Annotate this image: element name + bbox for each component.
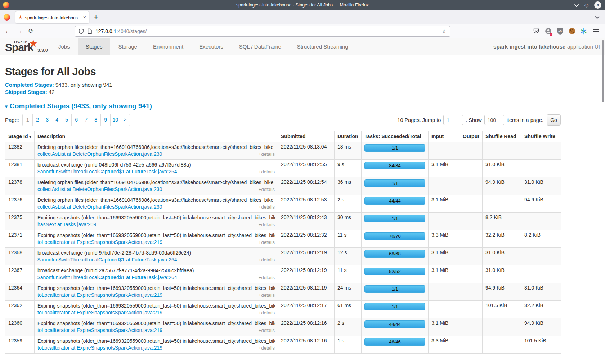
output-cell (460, 230, 483, 248)
details-toggle[interactable]: +details (259, 239, 275, 246)
completed-stages-link[interactable]: Completed Stages: (5, 82, 54, 88)
spark-nav-tab[interactable]: Structured Streaming (289, 38, 356, 55)
page-number-button[interactable]: 9 (100, 114, 110, 126)
shuffle-write-cell (521, 248, 561, 265)
details-toggle[interactable]: +details (259, 345, 275, 351)
stage-callsite-link[interactable]: toLocalIterator at ExpireSnapshotsSparkA… (37, 327, 162, 334)
page-number-button[interactable]: 3 (42, 114, 52, 126)
shuffle-read-cell (483, 142, 521, 160)
description-cell: broadcast exchange (runId 048fd06f-d753-… (35, 160, 278, 177)
back-button[interactable]: ← (2, 28, 14, 35)
column-header[interactable]: Shuffle Write (521, 131, 561, 142)
details-toggle[interactable]: +details (259, 186, 275, 193)
list-tabs-chevron-icon[interactable] (595, 14, 600, 19)
output-cell (460, 213, 483, 230)
skipped-stages-link[interactable]: Skipped Stages: (5, 89, 47, 95)
details-toggle[interactable]: +details (259, 274, 275, 281)
stage-row: 12371 Expiring snapshots (older_than=166… (5, 230, 561, 248)
menu-hamburger-icon[interactable] (592, 28, 599, 35)
stage-id-cell: 12359 (5, 336, 35, 354)
jump-to-page-input[interactable] (443, 115, 463, 125)
items-in-page-text: items in a page. (507, 117, 543, 123)
page-number-button[interactable]: 1 (23, 114, 32, 126)
stage-callsite-link[interactable]: collectAsList at DeleteOrphanFilesSparkA… (37, 151, 162, 158)
column-header[interactable]: Tasks: Succeeded/Total (362, 131, 429, 142)
details-toggle[interactable]: +details (259, 221, 275, 228)
cookie-extension-icon[interactable] (568, 28, 575, 35)
column-header[interactable]: Stage Id▾ (5, 131, 35, 142)
shuffle-read-cell: 101.5 KiB (483, 301, 521, 318)
stage-callsite-link[interactable]: toLocalIterator at ExpireSnapshotsSparkA… (37, 309, 162, 316)
ublock-icon[interactable]: uO (556, 28, 564, 35)
page-number-button[interactable]: 5 (62, 114, 71, 126)
stage-description: broadcast exchange (runId 97bdf70e-2f28-… (37, 250, 275, 256)
details-toggle[interactable]: +details (259, 327, 275, 334)
reload-button[interactable]: ⟳ (25, 27, 37, 35)
details-toggle[interactable]: +details (259, 256, 275, 263)
page-number-button[interactable]: 4 (52, 114, 62, 126)
page-number-button[interactable]: > (120, 114, 130, 126)
column-header[interactable]: Shuffle Read (483, 131, 521, 142)
spark-nav-tab[interactable]: Environment (145, 38, 191, 55)
stage-callsite-link[interactable]: toLocalIterator at ExpireSnapshotsSparkA… (37, 345, 162, 351)
spark-nav-tab[interactable]: SQL / DataFrame (231, 38, 289, 55)
tab-close-icon[interactable]: × (83, 14, 86, 20)
details-toggle[interactable]: +details (259, 309, 275, 316)
stage-callsite-link[interactable]: collectAsList at DeleteOrphanFilesSparkA… (37, 204, 162, 210)
column-header[interactable]: Submitted (278, 131, 335, 142)
go-button[interactable]: Go (547, 114, 561, 126)
shuffle-read-cell (483, 318, 521, 336)
pocket-icon[interactable] (533, 28, 540, 35)
page-info-icon[interactable] (87, 28, 92, 34)
spark-nav-tab[interactable]: Executors (191, 38, 231, 55)
stage-id-cell: 12378 (5, 177, 35, 195)
browser-toolbar: ← → ⟳ 127.0.0.1:4040/stages/ ☆ × uO (0, 24, 605, 38)
items-per-page-input[interactable] (484, 115, 504, 125)
details-toggle[interactable]: +details (259, 292, 275, 299)
stage-callsite-link[interactable]: $anonfun$withThreadLocalCaptured$1 at Fu… (37, 274, 177, 281)
spark-nav-tab[interactable]: Storage (110, 38, 145, 55)
stage-callsite-link[interactable]: $anonfun$withThreadLocalCaptured$1 at Fu… (37, 168, 177, 175)
page-scrollbar[interactable] (602, 40, 604, 102)
page-number-button[interactable]: 7 (81, 114, 91, 126)
page-number-button[interactable]: 6 (71, 114, 81, 126)
page-number-button[interactable]: 10 (110, 114, 120, 126)
duration-cell: 11 s (335, 230, 362, 248)
input-cell (429, 177, 460, 195)
url-text[interactable]: 127.0.0.1:4040/stages/ (95, 28, 442, 34)
completed-stages-section-header[interactable]: ▾Completed Stages (9433, only showing 94… (5, 102, 605, 110)
spark-logo[interactable]: APACHE Spark ★ 3.3.0 (0, 38, 48, 55)
stage-id-cell: 12371 (5, 230, 35, 248)
tasks-cell: 1/1 (362, 213, 429, 230)
stage-callsite-link[interactable]: toLocalIterator at ExpireSnapshotsSparkA… (37, 239, 162, 246)
shield-permissions-icon[interactable] (79, 28, 84, 34)
stage-callsite-link[interactable]: toLocalIterator at ExpireSnapshotsSparkA… (37, 292, 162, 299)
browser-tab[interactable]: ★ spark-ingest-into-lakehous × (15, 11, 89, 23)
description-cell: Expiring snapshots (older_than=166932055… (35, 213, 278, 230)
column-header[interactable]: Description (35, 131, 278, 142)
details-toggle[interactable]: +details (259, 168, 275, 175)
firefox-view-icon[interactable] (4, 14, 10, 21)
spark-nav-tab[interactable]: Stages (78, 38, 111, 55)
forward-button[interactable]: → (14, 28, 25, 35)
submitted-cell: 2022/11/25 08:12:43 (278, 213, 335, 230)
stage-callsite-link[interactable]: $anonfun$withThreadLocalCaptured$1 at Fu… (37, 256, 177, 263)
extension-asterisk-icon[interactable] (580, 28, 587, 35)
bookmark-star-icon[interactable]: ☆ (442, 28, 447, 35)
account-icon[interactable]: × (544, 28, 552, 35)
details-toggle[interactable]: +details (259, 204, 275, 210)
url-bar[interactable]: 127.0.0.1:4040/stages/ ☆ (75, 26, 450, 37)
stage-callsite-link[interactable]: collectAsList at DeleteOrphanFilesSparkA… (37, 186, 162, 193)
column-header[interactable]: Input (429, 131, 460, 142)
skipped-stages-value: 42 (49, 89, 55, 95)
input-cell: 3.1 MiB (429, 318, 460, 336)
page-number-button[interactable]: 2 (32, 114, 42, 126)
column-header[interactable]: Duration (335, 131, 362, 142)
stage-id-cell: 12382 (5, 142, 35, 160)
column-header[interactable]: Output (460, 131, 483, 142)
new-tab-button[interactable]: + (94, 13, 98, 21)
stage-callsite-link[interactable]: hasNext at Tasks.java:209 (37, 221, 96, 228)
page-number-button[interactable]: 8 (91, 114, 100, 126)
spark-nav-tab[interactable]: Jobs (50, 38, 78, 55)
details-toggle[interactable]: +details (259, 151, 275, 158)
